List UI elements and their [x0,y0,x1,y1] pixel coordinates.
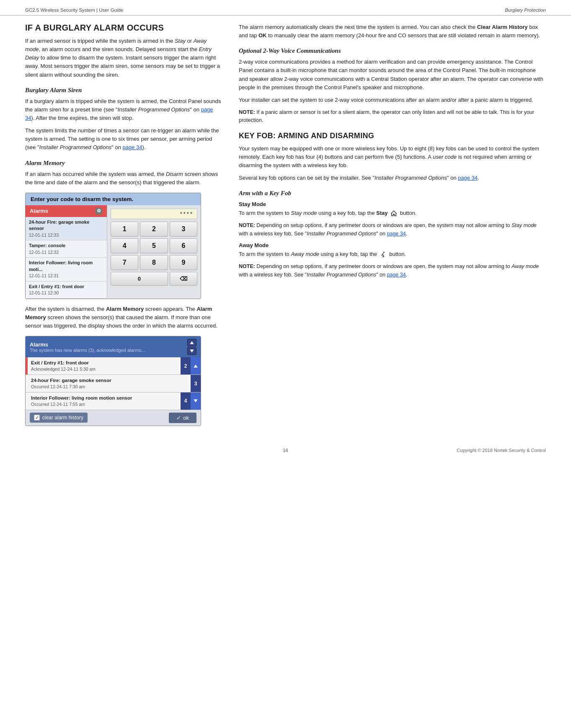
optional-2way-para1: 2-way voice communications provides a me… [239,58,546,92]
clear-history-label: clear alarm history [42,415,83,421]
memory-row-2: 24-hour Fire: garage smoke sensor Occurr… [26,375,201,392]
memory-row-3-title: Interior Follower: living room motion se… [31,395,177,401]
memory-title: Alarms [30,341,145,348]
page-number: 16 [283,448,288,453]
key-7[interactable]: 7 [111,255,138,270]
memory-row-1-sub: Acknowledged 12-24-11 5:30 am [31,366,177,372]
page-link-2[interactable]: page 34 [123,144,142,150]
svg-point-4 [393,214,395,215]
key-fob-options-para: Several key fob options can be set by th… [239,174,546,182]
alarm-list-item-4[interactable]: Exit / Entry #1: front door 12-01-11 12:… [26,281,107,299]
header-right: Burglary Protection [505,8,546,13]
ok-checkmark: ✓ [176,415,181,421]
alarm-item-3-label: Interior Follower: living room moti... [29,260,103,273]
memory-footer: clear alarm history ✓ ok [26,410,201,426]
key-8[interactable]: 8 [140,255,168,270]
key-backspace[interactable]: ⌫ [170,272,197,286]
disarm-ui-box: Enter your code to disarm the system. Al… [25,193,201,299]
content-area: IF A BURGLARY ALARM OCCURS If an armed s… [0,23,571,432]
memory-row-3-sub: Occurred 12-24-11 7:55 am [31,401,177,408]
memory-row-3-num: 4 [181,392,191,410]
memory-header: Alarms The system has new alarms (3), ac… [26,336,201,357]
alarm-item-4-date: 12-01-11 12:30 [29,290,103,296]
memory-ui-box: Alarms The system has new alarms (3), ac… [25,336,201,426]
away-mode-subtitle: Away Mode [239,242,546,248]
keypad-grid: 1 2 3 4 5 6 7 8 9 0 ⌫ [111,222,197,286]
alarm-memory-title: Alarm Memory [25,160,221,167]
alarm-item-3-date: 12-01-11 12:31 [29,273,103,279]
svg-marker-1 [190,350,194,353]
optional-2way-para2: Your installer can set the system to use… [239,96,546,104]
after-disarm-para: After the system is disarmed, the Alarm … [25,305,221,330]
scroll-down-btn[interactable] [187,347,196,355]
alarm-list-item-1[interactable]: 24-hour Fire: garage smoke sensor 12-01-… [26,217,107,240]
away-icon [380,251,387,258]
ok-button[interactable]: ✓ ok [169,413,196,423]
page-footer: 16 Copyright © 2018 Nortek Security & Co… [0,440,571,457]
gear-icon[interactable]: ⚙ [95,207,103,215]
memory-header-texts: Alarms The system has new alarms (3), ac… [30,341,145,353]
away-mode-page-link[interactable]: page 34 [387,272,406,278]
disarm-header: Enter your code to disarm the system. [26,193,201,205]
page-header: GC2.5 Wireless Security System | User Gu… [0,0,571,15]
memory-row-1-arrow-up[interactable] [191,357,201,374]
alarm-item-1-date: 12-01-11 12:33 [29,232,103,238]
stay-mode-note: NOTE: Depending on setup options, if any… [239,222,546,238]
alarm-list-panel: Alarms ⚙ 24-hour Fire: garage smoke sens… [26,205,107,299]
checkbox-icon [34,415,40,421]
page-container: GC2.5 Wireless Security System | User Gu… [0,0,571,728]
away-mode-para: To arm the system to Away mode using a k… [239,250,546,258]
key-1[interactable]: 1 [111,222,138,237]
memory-header-arrows [187,339,196,355]
alarm-list-item-2[interactable]: Tamper: console 12-01-11 12:32 [26,240,107,258]
optional-2way-note: NOTE: If a panic alarm or sensor is set … [239,108,546,125]
optional-2way-title: Optional 2-Way Voice Communications [239,47,546,54]
clear-history-checkbox[interactable]: clear alarm history [30,413,88,423]
key-9[interactable]: 9 [170,255,197,270]
key-fob-title: KEY FOB: ARMING AND DISARMING [239,132,546,140]
copyright: Copyright © 2018 Nortek Security & Contr… [457,448,546,453]
burglary-siren-title: Burglary Alarm Siren [25,87,221,94]
stay-icon [390,210,398,217]
memory-row-2-title: 24-hour Fire: garage smoke sensor [31,377,187,384]
ok-label: ok [183,415,189,421]
disarm-body: Alarms ⚙ 24-hour Fire: garage smoke sens… [26,205,201,299]
stay-mode-page-link[interactable]: page 34 [387,231,406,237]
alarm-list-item-3[interactable]: Interior Follower: living room moti... 1… [26,258,107,281]
alarm-item-2-label: Tamper: console [29,243,103,249]
left-col: IF A BURGLARY ALARM OCCURS If an armed s… [25,23,235,432]
memory-row-1: Exit / Entry #1: front door Acknowledged… [26,357,201,375]
alarm-list-header: Alarms ⚙ [26,205,107,217]
keypad-display: **** [111,209,197,219]
memory-row-1-num: 2 [181,357,191,374]
key-5[interactable]: 5 [140,238,168,253]
keypad-panel: **** 1 2 3 4 5 6 7 8 9 0 ⌫ [107,205,201,299]
burglary-siren-para2: The system limits the number of times a … [25,126,221,152]
key-3[interactable]: 3 [170,222,197,237]
key-4[interactable]: 4 [111,238,138,253]
alarm-item-1-label: 24-hour Fire: garage smoke sensor [29,219,103,232]
memory-row-3-content: Interior Follower: living room motion se… [26,392,181,410]
main-title: IF A BURGLARY ALARM OCCURS [25,23,221,33]
intro-para: If an armed sensor is tripped while the … [25,37,221,79]
svg-marker-0 [190,341,194,344]
key-0[interactable]: 0 [111,272,168,286]
memory-subtitle: The system has new alarms (3), acknowled… [30,348,145,353]
memory-row-3-arrow-down[interactable] [191,392,201,410]
right-col: The alarm memory automatically clears th… [235,23,546,432]
svg-point-5 [383,251,385,253]
alarm-memory-para: If an alarm has occurred while the syste… [25,170,221,187]
scroll-up-btn[interactable] [187,339,196,346]
key-fob-page-link[interactable]: page 34 [458,175,478,181]
key-2[interactable]: 2 [140,222,168,237]
stay-mode-subtitle: Stay Mode [239,201,546,207]
alarms-label: Alarms [30,208,48,214]
away-mode-note: NOTE: Depending on setup options, if any… [239,263,546,279]
key-6[interactable]: 6 [170,238,197,253]
memory-row-1-content: Exit / Entry #1: front door Acknowledged… [28,357,181,374]
memory-row-3: Interior Follower: living room motion se… [26,392,201,410]
key-fob-intro: Your system may be equipped with one or … [239,145,546,170]
svg-marker-3 [194,400,198,403]
arm-with-keyfob-title: Arm with a Key Fob [239,190,546,197]
memory-row-1-title: Exit / Entry #1: front door [31,359,177,366]
